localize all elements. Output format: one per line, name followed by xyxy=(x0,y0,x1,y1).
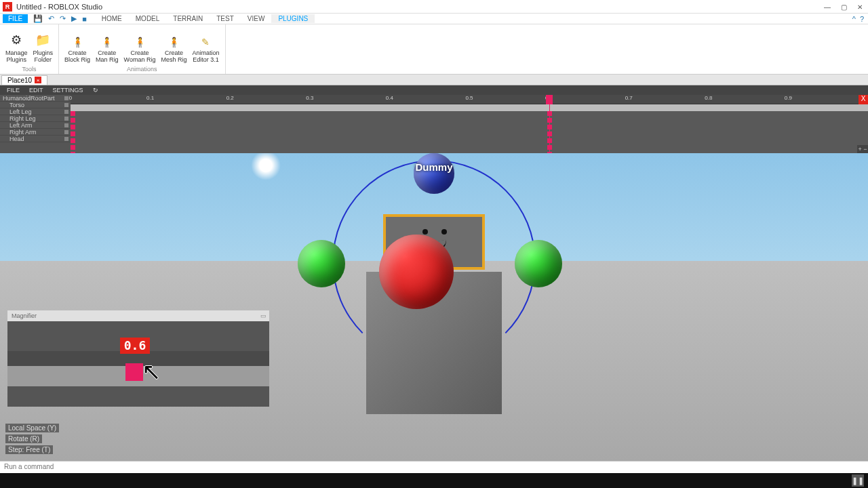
rig-icon: 🧍 xyxy=(134,36,146,48)
doc-tab[interactable]: Place10 × xyxy=(1,75,47,85)
anim-tree-row[interactable]: Torso xyxy=(0,102,71,108)
keyframe[interactable] xyxy=(547,111,552,116)
anim-tree-row[interactable]: Head xyxy=(0,136,71,142)
anim-tree-row[interactable]: Left Leg xyxy=(0,108,71,115)
keyframe[interactable] xyxy=(547,138,552,143)
editor-icon: ✎ xyxy=(199,36,212,48)
animation-editor-button[interactable]: ✎ Animation Editor 3.1 xyxy=(189,35,222,64)
sun-icon xyxy=(251,153,281,180)
create-block-rig-button[interactable]: 🧍 Create Block Rig xyxy=(62,35,93,64)
ribbon-body: ⚙ Manage Plugins 📁 Plugins Folder Tools … xyxy=(0,24,868,75)
anim-tree-row[interactable]: Right Arm xyxy=(0,129,71,136)
gizmo-handle-right[interactable] xyxy=(515,240,562,287)
anim-tree-row[interactable]: Left Arm xyxy=(0,122,71,129)
rig-icon: 🧍 xyxy=(167,36,180,48)
window-titlebar: R Untitled - ROBLOX Studio — ▢ ✕ xyxy=(0,0,868,14)
tab-home[interactable]: HOME xyxy=(95,14,129,23)
gizmo-handle-left[interactable] xyxy=(298,240,345,287)
maximize-button[interactable]: ▢ xyxy=(835,0,852,14)
timeline-ruler[interactable]: 00.10.20.30.40.50.60.70.80.91.0 xyxy=(71,95,868,104)
rig-icon: 🧍 xyxy=(101,36,113,48)
create-man-rig-button[interactable]: 🧍 Create Man Rig xyxy=(93,35,121,64)
keyframe[interactable] xyxy=(547,131,552,136)
qat-redo-icon[interactable]: ↷ xyxy=(60,14,66,23)
tab-terrain[interactable]: TERRAIN xyxy=(166,14,210,23)
command-bar[interactable] xyxy=(0,461,868,473)
close-button[interactable]: ✕ xyxy=(852,0,868,14)
keyframe[interactable] xyxy=(547,145,552,150)
anim-tree-row[interactable]: Right Leg xyxy=(0,115,71,122)
bottom-strip: ❚❚ xyxy=(0,473,868,488)
keyframe[interactable] xyxy=(547,125,552,129)
window-title: Untitled - ROBLOX Studio xyxy=(16,3,102,11)
tab-test[interactable]: TEST xyxy=(210,14,241,23)
doc-tab-name: Place10 xyxy=(7,77,32,84)
gizmo-handle-blue[interactable] xyxy=(414,153,454,194)
qat-undo-icon[interactable]: ↶ xyxy=(48,14,54,23)
qat-play-icon[interactable]: ▶ xyxy=(71,14,77,23)
status-tool[interactable]: Rotate (R) xyxy=(5,434,42,443)
anim-menu-loop-icon[interactable]: ↻ xyxy=(89,87,102,94)
doc-tab-close-icon[interactable]: × xyxy=(35,77,41,83)
magnifier-close-icon[interactable]: ▭ xyxy=(260,312,267,319)
magnifier-panel[interactable]: Magnifier ▭ 0.6 ↖ xyxy=(7,310,269,407)
manage-plugins-button[interactable]: ⚙ Manage Plugins xyxy=(3,30,31,64)
magnifier-scrub-label: 0.6 xyxy=(120,338,150,354)
create-woman-rig-button[interactable]: 🧍 Create Woman Rig xyxy=(121,35,159,64)
tab-plugins[interactable]: PLUGINS xyxy=(271,14,315,23)
character-nametag: Dummy xyxy=(415,161,452,173)
magnifier-keyframe-icon xyxy=(125,363,143,381)
plugins-folder-button[interactable]: 📁 Plugins Folder xyxy=(31,30,56,64)
scrubber-head-icon[interactable] xyxy=(546,95,553,104)
anim-menu: FILE EDIT SETTINGS ↻ xyxy=(0,85,868,95)
anim-zoom-controls[interactable]: + − xyxy=(857,145,868,153)
keyframe[interactable] xyxy=(71,125,75,129)
keyframe[interactable] xyxy=(71,138,75,143)
command-input[interactable] xyxy=(4,463,864,470)
ruler-tick: 0.8 xyxy=(705,95,712,101)
group-tools-label: Tools xyxy=(22,66,37,73)
gear-icon: ⚙ xyxy=(8,32,24,48)
minimize-button[interactable]: — xyxy=(819,0,835,14)
keyframe[interactable] xyxy=(71,118,75,123)
folder-icon: 📁 xyxy=(35,32,51,48)
ruler-tick: 0 xyxy=(69,95,72,101)
ruler-tick: 0.9 xyxy=(785,95,792,101)
ruler-tick: 0.3 xyxy=(306,95,313,101)
document-tabs: Place10 × xyxy=(0,75,868,85)
scrubber-track[interactable] xyxy=(71,104,868,111)
collapse-ribbon-icon[interactable]: ^ xyxy=(852,15,856,23)
anim-menu-file[interactable]: FILE xyxy=(3,87,24,94)
magnifier-titlebar[interactable]: Magnifier ▭ xyxy=(7,310,269,321)
keyframe[interactable] xyxy=(71,111,75,116)
anim-timeline[interactable]: 00.10.20.30.40.50.60.70.80.91.0 xyxy=(71,95,868,153)
tab-view[interactable]: VIEW xyxy=(241,14,272,23)
anim-menu-edit[interactable]: EDIT xyxy=(25,87,47,94)
pause-button[interactable]: ❚❚ xyxy=(852,474,864,487)
ruler-tick: 0.1 xyxy=(146,95,154,101)
keyframe[interactable] xyxy=(71,131,75,136)
ruler-tick: 0.4 xyxy=(386,95,393,101)
file-menu[interactable]: FILE xyxy=(3,14,28,23)
status-step[interactable]: Step: Free (T) xyxy=(5,445,53,454)
status-space[interactable]: Local Space (Y) xyxy=(5,424,59,432)
anim-menu-settings[interactable]: SETTINGS xyxy=(49,87,87,94)
anim-close-button[interactable]: X xyxy=(859,95,868,104)
anim-tree-row[interactable]: HumanoidRootPart xyxy=(0,95,71,102)
keyframe[interactable] xyxy=(71,145,75,150)
tab-model[interactable]: MODEL xyxy=(129,14,167,23)
qat-save-icon[interactable]: 💾 xyxy=(33,14,43,23)
magnifier-title: Magnifier xyxy=(12,312,37,319)
viewport-3d[interactable]: Dummy Magnifier ▭ 0.6 ↖ xyxy=(0,153,868,461)
app-logo-icon: R xyxy=(3,2,12,12)
create-mesh-rig-button[interactable]: 🧍 Create Mesh Rig xyxy=(158,35,189,64)
gizmo-handle-red[interactable] xyxy=(379,235,454,309)
ruler-tick: 0.5 xyxy=(465,95,473,101)
anim-tree[interactable]: HumanoidRootPartTorsoLeft LegRight LegLe… xyxy=(0,95,71,153)
keyframe[interactable] xyxy=(547,118,552,123)
magnifier-cursor-icon: ↖ xyxy=(142,358,161,385)
help-icon[interactable]: ? xyxy=(860,15,864,23)
ribbon-tab-strip: FILE 💾 ↶ ↷ ▶ ■ HOME MODEL TERRAIN TEST V… xyxy=(0,14,868,24)
qat-stop-icon[interactable]: ■ xyxy=(82,15,87,23)
ruler-tick: 0.7 xyxy=(625,95,633,101)
